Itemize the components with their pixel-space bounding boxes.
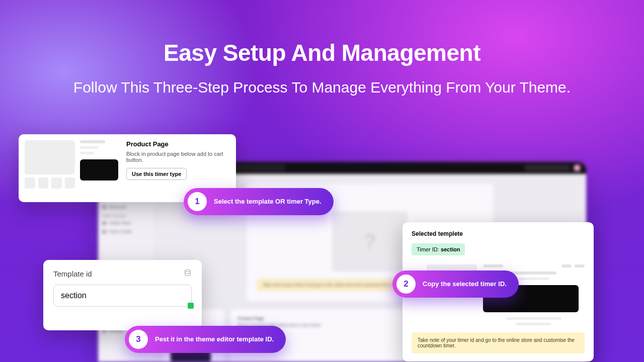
template-id-input[interactable] — [53, 285, 192, 307]
resize-handle[interactable] — [188, 303, 194, 309]
step-text: Copy the selected timer ID. — [423, 280, 507, 288]
step-1-pill: 1 Select the template OR timer Type. — [184, 188, 334, 215]
timer-id-chip: Timer ID: section — [412, 243, 465, 255]
use-timer-type-button[interactable]: Use this timer type — [126, 168, 187, 180]
timer-block-preview — [80, 159, 118, 180]
database-icon — [184, 269, 192, 279]
page-subtitle: Follow This Three-Step Process To Manage… — [0, 76, 644, 99]
card-heading: Selected templete — [412, 230, 585, 237]
step-number: 2 — [396, 275, 416, 294]
card-description: Block in product page below add to cart … — [126, 151, 230, 163]
card-heading: Product Page — [126, 140, 230, 148]
step-3-pill: 3 Pest it in the theme editor template I… — [125, 326, 286, 353]
page-title: Easy Setup And Management — [0, 39, 644, 66]
template-id-card: Template id — [43, 260, 202, 330]
avatar — [574, 165, 580, 171]
step-2-pill: 2 Copy the selected timer ID. — [392, 270, 519, 298]
info-banner: Take note of your timer id and go to the… — [412, 332, 585, 353]
input-label: Template id — [53, 269, 92, 278]
step-text: Pest it in the theme editor template ID. — [155, 335, 274, 343]
step-number: 1 — [188, 192, 207, 211]
step-text: Select the template OR timer Type. — [214, 198, 321, 206]
step-number: 3 — [129, 330, 148, 349]
svg-point-0 — [185, 269, 191, 272]
placeholder-icon: ? — [332, 211, 408, 272]
image-placeholder — [25, 140, 75, 174]
